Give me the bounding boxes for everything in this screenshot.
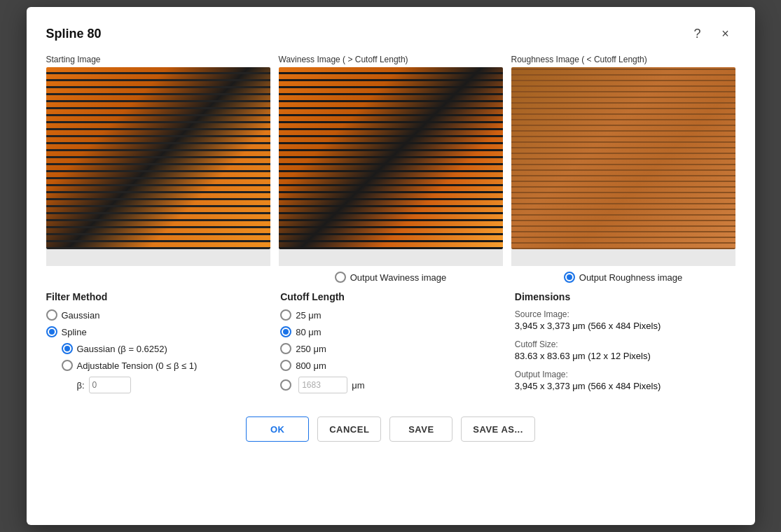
- filter-method-column: Filter Method Gaussian Spline Gaussian (…: [46, 291, 267, 400]
- starting-image-footer: [46, 249, 270, 266]
- dimensions-column: Dimensions Source Image: 3,945 x 3,373 μ…: [515, 291, 735, 400]
- filter-gaussian-label[interactable]: Gaussian: [62, 310, 100, 321]
- filter-spline-row: Spline: [46, 326, 267, 337]
- waviness-image-frame: [279, 67, 503, 249]
- cutoff-800um-radio[interactable]: [280, 360, 291, 371]
- dialog: Spline 80 ? × Starting Image Waviness Im…: [27, 7, 755, 525]
- beta-row: β:: [77, 377, 267, 393]
- output-image-value: 3,945 x 3,373 μm (566 x 484 Pixels): [515, 381, 735, 391]
- filter-gaussian-radio[interactable]: [46, 309, 57, 321]
- output-roughness-radio[interactable]: [564, 272, 575, 283]
- output-image-label: Output Image:: [515, 370, 735, 379]
- images-section: Starting Image Waviness Image ( > Cutoff…: [46, 55, 735, 283]
- dialog-header: Spline 80 ? ×: [46, 24, 735, 43]
- cutoff-250um-label[interactable]: 250 μm: [296, 344, 326, 354]
- spline-adjustable-radio[interactable]: [62, 360, 73, 371]
- cancel-button[interactable]: CANCEL: [317, 416, 381, 442]
- cutoff-length-title: Cutoff Length: [280, 291, 501, 302]
- save-button[interactable]: SAVE: [389, 416, 452, 442]
- dialog-footer: OK CANCEL SAVE SAVE AS...: [46, 416, 735, 442]
- beta-input[interactable]: [89, 377, 131, 393]
- cutoff-800um-row: 800 μm: [280, 360, 501, 371]
- roughness-image-frame: [511, 67, 735, 249]
- help-icon: ?: [693, 27, 700, 41]
- cutoff-length-column: Cutoff Length 25 μm 80 μm 250 μm 800 μm …: [280, 291, 501, 400]
- roughness-image-panel: Roughness Image ( < Cutoff Length) Outpu…: [511, 55, 735, 283]
- header-icons: ? ×: [688, 24, 735, 43]
- cutoff-250um-radio[interactable]: [280, 343, 291, 354]
- source-image-label: Source Image:: [515, 309, 735, 319]
- output-image-group: Output Image: 3,945 x 3,373 μm (566 x 48…: [515, 370, 735, 391]
- filter-gaussian-row: Gaussian: [46, 309, 267, 321]
- waviness-output-row: Output Waviness image: [279, 272, 503, 283]
- ok-button[interactable]: OK: [246, 416, 309, 442]
- cutoff-custom-unit-label[interactable]: μm: [352, 380, 364, 391]
- filter-spline-radio[interactable]: [46, 326, 57, 337]
- cutoff-25um-label[interactable]: 25 μm: [296, 310, 321, 321]
- roughness-image-footer: [511, 249, 735, 266]
- cutoff-size-group: Cutoff Size: 83.63 x 83.63 μm (12 x 12 P…: [515, 340, 735, 361]
- cutoff-custom-radio[interactable]: [280, 379, 291, 391]
- filter-adjustable-row: Adjustable Tension (0 ≤ β ≤ 1): [62, 360, 267, 371]
- output-waviness-label[interactable]: Output Waviness image: [350, 272, 447, 283]
- filter-gaussian-beta-row: Gaussian (β = 0.6252): [62, 343, 267, 354]
- roughness-image-label: Roughness Image ( < Cutoff Length): [511, 55, 735, 64]
- beta-label: β:: [77, 380, 85, 391]
- filter-method-title: Filter Method: [46, 291, 267, 302]
- waviness-image-panel: Waviness Image ( > Cutoff Length) Output…: [279, 55, 503, 283]
- close-button[interactable]: ×: [716, 24, 735, 43]
- bottom-section: Filter Method Gaussian Spline Gaussian (…: [46, 291, 735, 400]
- cutoff-25um-row: 25 μm: [280, 309, 501, 321]
- starting-image-frame: [46, 67, 270, 249]
- waviness-image-label: Waviness Image ( > Cutoff Length): [279, 55, 503, 64]
- cutoff-25um-radio[interactable]: [280, 309, 291, 321]
- save-as-button[interactable]: SAVE AS...: [461, 416, 534, 442]
- close-icon: ×: [721, 27, 729, 41]
- filter-spline-label[interactable]: Spline: [62, 327, 87, 337]
- cutoff-800um-label[interactable]: 800 μm: [296, 360, 326, 371]
- help-button[interactable]: ?: [688, 24, 707, 43]
- cutoff-80um-row: 80 μm: [280, 326, 501, 337]
- roughness-output-row: Output Roughness image: [511, 272, 735, 283]
- cutoff-custom-row: μm: [280, 377, 501, 393]
- output-roughness-label[interactable]: Output Roughness image: [579, 272, 682, 283]
- spline-gaussian-label[interactable]: Gaussian (β = 0.6252): [77, 344, 167, 354]
- dialog-title: Spline 80: [46, 27, 102, 41]
- source-image-group: Source Image: 3,945 x 3,373 μm (566 x 48…: [515, 309, 735, 331]
- cutoff-custom-input[interactable]: [298, 377, 347, 393]
- cutoff-80um-radio[interactable]: [280, 326, 291, 337]
- source-image-value: 3,945 x 3,373 μm (566 x 484 Pixels): [515, 321, 735, 331]
- cutoff-80um-label[interactable]: 80 μm: [296, 327, 321, 337]
- cutoff-size-value: 83.63 x 83.63 μm (12 x 12 Pixels): [515, 351, 735, 361]
- starting-image-panel: Starting Image: [46, 55, 270, 283]
- waviness-image-footer: [279, 249, 503, 266]
- spline-adjustable-label[interactable]: Adjustable Tension (0 ≤ β ≤ 1): [77, 360, 198, 371]
- output-waviness-radio[interactable]: [335, 272, 346, 283]
- dimensions-title: Dimensions: [515, 291, 735, 302]
- cutoff-250um-row: 250 μm: [280, 343, 501, 354]
- cutoff-size-label: Cutoff Size:: [515, 340, 735, 349]
- spline-gaussian-radio[interactable]: [62, 343, 73, 354]
- starting-image-label: Starting Image: [46, 55, 270, 64]
